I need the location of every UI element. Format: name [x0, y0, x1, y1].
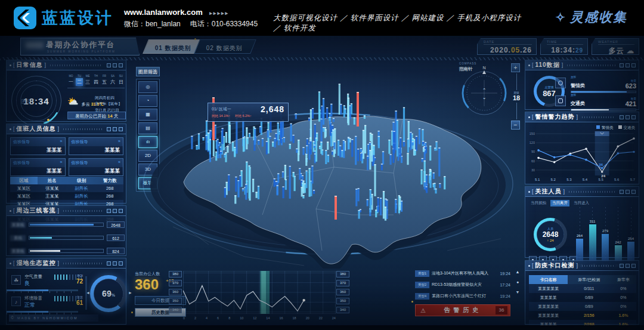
map-tooltip: 01/ 区域一2,648 同比 14.1%↑环比 6.2%↑ — [208, 103, 289, 122]
minimize-icon[interactable] — [107, 261, 111, 266]
minimize-icon[interactable] — [107, 209, 111, 213]
checkpoint-detected: 0/311 — [568, 284, 611, 293]
scroll-up-icon[interactable]: ▲ — [516, 270, 520, 274]
weekday-letter: WE — [84, 75, 91, 78]
weekday-cell[interactable]: 四 — [92, 78, 100, 86]
more-icon[interactable]: » — [118, 160, 120, 166]
office-x-axis: 024681012141618202224 — [183, 316, 336, 320]
minimize-icon[interactable] — [620, 264, 624, 268]
flow-bar-track — [29, 249, 104, 253]
scroll-down-icon[interactable]: ▼ — [516, 290, 520, 294]
more-icon[interactable]: » — [60, 160, 63, 166]
scroll-dot-icon[interactable]: ● — [516, 280, 519, 284]
flow-item: 某线612 — [10, 235, 125, 241]
panel-title: 日常信息 — [17, 61, 43, 69]
restore-icon[interactable] — [113, 127, 117, 131]
zoom-out-button[interactable]: − — [511, 121, 520, 129]
restore-icon[interactable] — [626, 190, 630, 194]
duty-col-header: 区域 — [10, 177, 38, 184]
air-slider[interactable] — [7, 289, 78, 291]
bar-value: 264 — [577, 234, 583, 238]
expand-icon[interactable] — [119, 127, 123, 131]
alert-history-count: 36 — [496, 306, 507, 314]
arrows-decoration: ▸▸▸▸▸ — [209, 10, 229, 16]
restore-icon[interactable] — [626, 115, 630, 119]
flow-bar-fill — [30, 250, 60, 252]
noise-metric: ♪ 环境噪音 正常 分贝 61 — [11, 295, 83, 309]
checkpoint-name: 某某某某某 — [529, 311, 568, 320]
focus-tab-3[interactable]: 当日进入 — [572, 200, 591, 206]
flow-bar-track — [29, 236, 104, 240]
restore-icon[interactable] — [113, 63, 117, 67]
y-tick-box: 380 — [336, 271, 349, 277]
flow-value: 824 — [107, 248, 125, 254]
duty-name: 某某某 — [69, 146, 123, 155]
x-tick: 8 — [228, 316, 230, 320]
weekday-cell[interactable]: 日 — [117, 78, 125, 86]
expand-icon[interactable] — [631, 264, 636, 268]
alert-row[interactable]: 类型2RD13-53烟感报警疑似火灾17:24 — [415, 280, 510, 289]
collect-label: 灵感收集 — [570, 8, 627, 26]
restore-icon[interactable] — [113, 261, 117, 266]
page: 蓝蓝设计 www.lanlanwork.com ▸▸▸▸▸ 微信：ben_lan… — [0, 0, 644, 330]
weather-cond: 多云 — [82, 102, 90, 106]
alert-text: 某路口有小汽车连闯三个红灯 — [432, 293, 497, 299]
count-value: 623 — [626, 82, 636, 90]
type-label: 类型 — [571, 94, 585, 97]
weekday-cell[interactable]: 一 — [67, 78, 75, 86]
noise-slider[interactable] — [7, 311, 78, 313]
minimize-icon[interactable] — [107, 63, 111, 67]
zoom-in-button[interactable]: + — [511, 63, 520, 72]
compass-label-cn: 指南针 — [459, 66, 473, 72]
weekday-cell[interactable]: 二 — [76, 78, 83, 86]
gauge-left-arrow[interactable]: ◄ — [86, 291, 90, 295]
trend-line-chart: 1501209060303624 — [528, 131, 637, 178]
weekday-cell[interactable]: 三 — [84, 78, 91, 86]
restore-icon[interactable] — [113, 209, 117, 213]
duty-cell: 268 — [96, 184, 123, 192]
restore-icon[interactable] — [626, 264, 630, 268]
platform-title-box: 暑期办公协作平台 SUMMER WORKING PLATFORM — [20, 38, 140, 55]
minimize-icon[interactable] — [107, 127, 111, 131]
panel-title: 110数据 — [535, 61, 560, 69]
minimize-icon[interactable] — [620, 115, 624, 119]
inspiration-collect[interactable]: ✧ 灵感收集 — [555, 8, 627, 26]
more-icon[interactable]: » — [118, 139, 120, 145]
weekday-letter: FR — [101, 75, 108, 78]
expand-icon[interactable] — [119, 261, 123, 266]
minimize-icon[interactable] — [620, 63, 624, 67]
bottom-black-bar — [0, 325, 644, 330]
restore-icon[interactable] — [626, 63, 630, 67]
expand-icon[interactable] — [119, 63, 123, 67]
gauge-right-arrow[interactable]: ► — [128, 291, 132, 295]
panel-title: 防疫卡口检测 — [535, 261, 575, 270]
x-tick: 0 — [183, 316, 185, 320]
expand-icon[interactable] — [631, 63, 636, 67]
alert-row[interactable]: 类型1湿地3-104片区有不明人员闯入19:24 — [415, 269, 510, 278]
expand-icon[interactable] — [119, 209, 123, 213]
website-link[interactable]: www.lanlanwork.com — [124, 8, 203, 17]
x-tick: 16 — [279, 316, 283, 320]
expand-icon[interactable] — [631, 115, 636, 119]
checkpoint-rate: 0% — [611, 302, 636, 311]
contact-block: www.lanlanwork.com ▸▸▸▸▸ 微信：ben_lanlan电话… — [124, 7, 258, 29]
more-icon[interactable]: » — [60, 139, 63, 145]
alert-row[interactable]: 类型4某路口有小汽车连闯三个红灯19:24 — [415, 291, 510, 301]
weekday-cell[interactable]: 五 — [101, 78, 108, 86]
x-tick: 24 — [332, 316, 336, 320]
window-controls — [107, 63, 123, 67]
alert-list: 类型1湿地3-104片区有不明人员闯入19:24类型2RD13-53烟感报警疑似… — [415, 269, 510, 303]
panel-duty-info: [ 值班人员信息 ] 值班领导»某某某值班领导»某某某值班领导»某某某值班领导»… — [6, 124, 126, 203]
tab-data-category-2[interactable]: 02 数据类别 — [194, 39, 256, 54]
duty-role: 值班领导 — [13, 139, 30, 145]
minimize-icon[interactable] — [620, 190, 624, 194]
weekday-cell[interactable]: 六 — [109, 78, 116, 86]
alarm-icon — [555, 78, 566, 88]
focus-tab-1[interactable]: 当日抓拍 — [529, 200, 548, 206]
expand-icon[interactable] — [631, 190, 636, 194]
logo[interactable]: 蓝蓝设计 — [13, 6, 113, 30]
focus-tab-2[interactable]: 当日离开 — [550, 200, 569, 206]
zoom-level-value: 18 — [511, 94, 522, 101]
alert-history-banner[interactable]: ⚠ 告警历史 36 — [415, 304, 510, 316]
platform-subtitle: SUMMER WORKING PLATFORM — [47, 50, 139, 53]
